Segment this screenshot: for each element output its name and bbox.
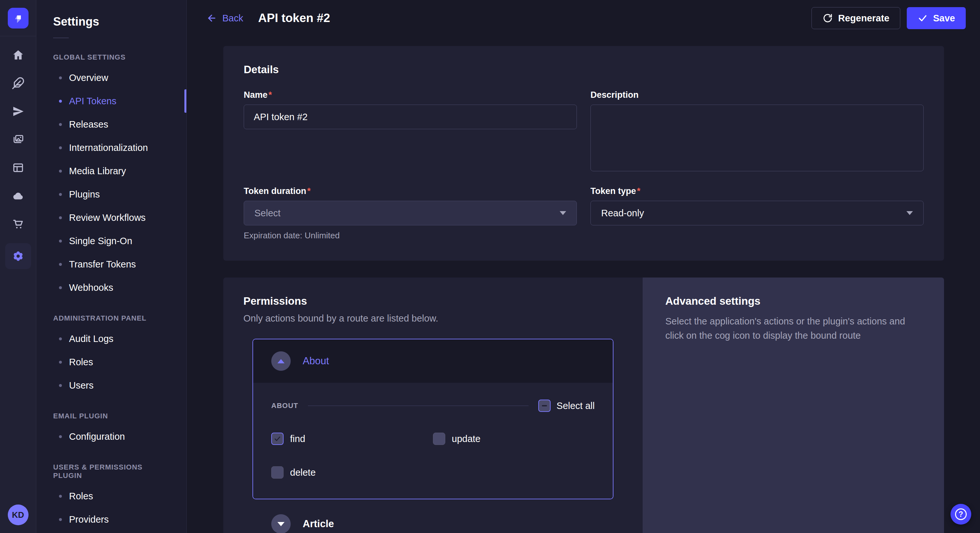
refresh-icon xyxy=(822,13,833,23)
question-mark-icon: ? xyxy=(955,508,967,520)
strapi-logo-icon xyxy=(12,12,25,25)
advanced-settings-heading: Advanced settings xyxy=(665,295,921,307)
sidebar-item-providers[interactable]: Providers xyxy=(36,508,186,531)
rail-settings-button[interactable] xyxy=(5,243,31,269)
about-accordion-body: ABOUT Select all xyxy=(253,383,613,499)
details-card: Details Name* Description Token duration… xyxy=(223,46,944,261)
save-button[interactable]: Save xyxy=(907,7,966,29)
rail-icon-list xyxy=(5,46,31,269)
token-type-select[interactable]: Read-only xyxy=(590,201,924,225)
token-duration-field: Token duration* Select Expiration date: … xyxy=(244,186,577,241)
paper-plane-icon xyxy=(12,105,25,118)
rail-home-button[interactable] xyxy=(9,46,27,64)
page-content: Details Name* Description Token duration… xyxy=(187,36,980,533)
regenerate-button[interactable]: Regenerate xyxy=(811,7,900,29)
settings-subnav: Settings GLOBAL SETTINGS Overview API To… xyxy=(36,0,187,533)
sidebar-item-review-workflows[interactable]: Review Workflows xyxy=(36,206,186,229)
sidebar-item-admin-roles[interactable]: Roles xyxy=(36,351,186,374)
token-duration-label: Token duration* xyxy=(244,186,577,196)
bullet-dot xyxy=(59,216,62,219)
sidebar-item-media-library[interactable]: Media Library xyxy=(36,159,186,182)
sidebar-item-api-tokens[interactable]: API Tokens xyxy=(36,89,186,113)
sidebar-item-plugins[interactable]: Plugins xyxy=(36,182,186,206)
rail-content-button[interactable] xyxy=(9,74,27,92)
icon-rail: KD xyxy=(0,0,36,533)
advanced-settings-description: Select the application's actions or the … xyxy=(665,314,921,343)
sidebar-item-releases[interactable]: Releases xyxy=(36,113,186,136)
bullet-dot xyxy=(59,170,62,173)
name-input[interactable] xyxy=(244,105,577,129)
about-accordion: About ABOUT Select all xyxy=(253,339,614,499)
advanced-settings-panel: Advanced settings Select the application… xyxy=(643,278,944,533)
strapi-logo[interactable] xyxy=(8,8,29,29)
sidebar-item-audit-logs[interactable]: Audit Logs xyxy=(36,327,186,351)
permissions-card: Permissions Only actions bound by a rout… xyxy=(223,278,944,533)
layout-icon xyxy=(12,161,25,174)
cart-icon xyxy=(12,217,25,230)
collapse-toggle-button[interactable] xyxy=(271,351,291,371)
sidebar-item-configuration[interactable]: Configuration xyxy=(36,425,186,448)
details-form: Name* Description Token duration* Select xyxy=(244,90,924,241)
select-all-checkbox[interactable] xyxy=(538,400,550,412)
name-field: Name* xyxy=(244,90,577,171)
action-update[interactable]: update xyxy=(433,433,595,445)
permissions-panel: Permissions Only actions bound by a rout… xyxy=(223,278,643,533)
about-accordion-title: About xyxy=(303,355,329,367)
bullet-dot xyxy=(59,495,62,498)
section-heading: GLOBAL SETTINGS xyxy=(36,53,186,62)
rail-cloud-button[interactable] xyxy=(9,187,27,205)
bullet-dot xyxy=(59,518,62,521)
main-area: Back API token #2 Regenerate Save xyxy=(187,0,980,533)
section-heading: USERS & PERMISSIONS PLUGIN xyxy=(36,463,186,480)
bullet-dot xyxy=(59,146,62,149)
section-global-settings: GLOBAL SETTINGS Overview API Tokens Rele… xyxy=(36,53,186,299)
article-accordion-header[interactable]: Article xyxy=(253,499,614,533)
bullet-dot xyxy=(59,384,62,387)
action-find[interactable]: find xyxy=(271,433,433,445)
token-type-value: Read-only xyxy=(601,208,644,219)
arrow-left-icon xyxy=(206,13,217,24)
token-duration-placeholder: Select xyxy=(255,208,281,219)
required-asterisk: * xyxy=(307,186,311,196)
bullet-dot xyxy=(59,286,62,289)
bullet-dot xyxy=(59,76,62,79)
app-root: KD Settings GLOBAL SETTINGS Overview API… xyxy=(0,0,980,533)
permissions-heading: Permissions xyxy=(243,295,622,307)
rail-media-button[interactable] xyxy=(9,130,27,149)
about-accordion-header[interactable]: About xyxy=(253,339,613,383)
indeterminate-dash-icon xyxy=(542,405,547,406)
bullet-dot xyxy=(59,361,62,364)
rail-deploy-button[interactable] xyxy=(9,102,27,121)
expand-toggle-button[interactable] xyxy=(271,514,291,533)
rail-layout-button[interactable] xyxy=(9,159,27,177)
delete-checkbox[interactable] xyxy=(271,466,283,479)
section-divider xyxy=(308,405,528,406)
images-icon xyxy=(12,133,25,146)
section-heading: EMAIL PLUGIN xyxy=(36,412,186,420)
sidebar-item-transfer-tokens[interactable]: Transfer Tokens xyxy=(36,252,186,276)
sidebar-item-internationalization[interactable]: Internationalization xyxy=(36,136,186,159)
description-label: Description xyxy=(590,90,924,100)
expiration-hint: Expiration date: Unlimited xyxy=(244,230,577,241)
description-textarea[interactable] xyxy=(590,105,924,171)
back-label: Back xyxy=(222,13,243,24)
chevron-up-icon xyxy=(277,359,285,363)
page-title: API token #2 xyxy=(258,11,330,25)
sidebar-item-overview[interactable]: Overview xyxy=(36,66,186,89)
sidebar-item-up-roles[interactable]: Roles xyxy=(36,484,186,508)
help-button[interactable]: ? xyxy=(950,504,971,525)
bullet-dot xyxy=(59,100,62,103)
chevron-down-icon xyxy=(907,211,913,215)
sidebar-item-webhooks[interactable]: Webhooks xyxy=(36,276,186,299)
find-checkbox[interactable] xyxy=(271,433,283,445)
article-accordion-title: Article xyxy=(303,518,334,530)
rail-marketplace-button[interactable] xyxy=(9,215,27,233)
token-duration-select[interactable]: Select xyxy=(244,201,577,225)
sidebar-item-single-sign-on[interactable]: Single Sign-On xyxy=(36,229,186,252)
user-avatar[interactable]: KD xyxy=(8,504,29,525)
sidebar-item-admin-users[interactable]: Users xyxy=(36,374,186,397)
update-checkbox[interactable] xyxy=(433,433,445,445)
action-delete[interactable]: delete xyxy=(271,466,433,479)
required-asterisk: * xyxy=(637,186,641,196)
back-link[interactable]: Back xyxy=(206,13,243,24)
